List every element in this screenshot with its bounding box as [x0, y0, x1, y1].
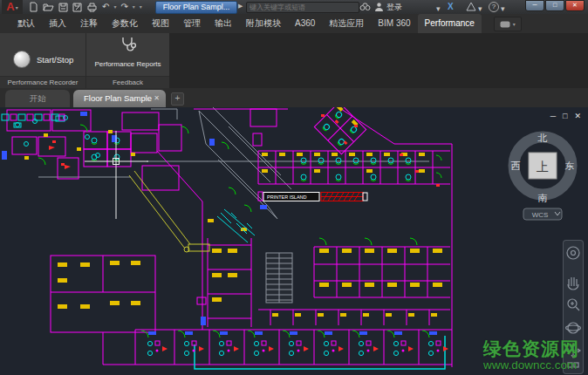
- ribbon-tab-default[interactable]: 默认: [10, 14, 42, 33]
- yellow-desks-layer: [24, 130, 442, 317]
- a360-caret-icon[interactable]: ▾: [478, 3, 482, 14]
- doc-tab-start[interactable]: 开始: [5, 90, 70, 107]
- viewcube-top-label[interactable]: 上: [537, 160, 549, 174]
- drawing-window-controls: ─ □ ✕: [550, 112, 581, 120]
- performance-reports-label: Performance Reports: [86, 60, 169, 68]
- sign-in-button[interactable]: 登录: [386, 2, 402, 12]
- zoom-icon[interactable]: [568, 299, 579, 310]
- new-drawing-button[interactable]: +: [171, 92, 184, 106]
- help-icon[interactable]: ?: [489, 2, 499, 12]
- quick-access-toolbar: ↶ ▾ ↷ ▾ ▾: [29, 2, 142, 12]
- ribbon-tab-annotate[interactable]: 注释: [73, 14, 105, 33]
- undo-caret-icon[interactable]: ▾: [113, 2, 116, 12]
- redo-icon[interactable]: ↷: [120, 2, 127, 12]
- doc-tab-close-icon[interactable]: ✕: [154, 90, 160, 107]
- help-caret-icon[interactable]: ▾: [501, 3, 505, 14]
- title-expand-icon[interactable]: ▶: [238, 3, 243, 10]
- doc-tab-label: Floor Plan Sample: [84, 93, 152, 103]
- user-icon[interactable]: [374, 2, 384, 12]
- qat-customize-icon[interactable]: ▾: [140, 2, 142, 12]
- viewcube[interactable]: 北 西 东 南 上 WCS: [504, 121, 583, 224]
- ribbon-tab-insert[interactable]: 插入: [42, 14, 73, 33]
- ribbon-tab-addins[interactable]: 附加模块: [239, 14, 288, 33]
- panel-label-feedback[interactable]: Feedback: [86, 76, 169, 88]
- watermark-site-url: www.downcc.com: [483, 358, 579, 372]
- panel-display-caret-icon: ▾: [513, 19, 516, 30]
- cyan-fixtures-layer: [2, 114, 445, 369]
- performance-recorder-panel: Start/Stop Performance Recorder: [0, 33, 85, 88]
- autocad-logo-icon: A: [6, 1, 14, 13]
- autocad-window: A ▾ ↶ ▾ ↷ ▾ ▾ Floor Plan Sampl... ▶ 登录 ▾…: [0, 0, 588, 375]
- ribbon-panel-area: Start/Stop Performance Recorder Performa…: [0, 33, 588, 88]
- exchange-apps-icon[interactable]: X: [448, 2, 454, 12]
- printer-island-label: PRINTER ISLAND: [267, 194, 307, 200]
- drawing-minimize-icon[interactable]: ─: [550, 112, 556, 120]
- drawing-close-icon[interactable]: ✕: [574, 112, 581, 120]
- signin-caret-icon[interactable]: ▾: [436, 3, 441, 14]
- pan-hand-icon[interactable]: [568, 277, 578, 290]
- save-icon[interactable]: [58, 2, 68, 12]
- redo-caret-icon[interactable]: ▾: [133, 2, 135, 12]
- title-bar: A ▾ ↶ ▾ ↷ ▾ ▾ Floor Plan Sampl... ▶ 登录 ▾…: [0, 0, 588, 15]
- orbit-icon[interactable]: [566, 323, 581, 333]
- ribbon-tab-featured-apps[interactable]: 精选应用: [322, 14, 371, 33]
- viewcube-south-label[interactable]: 南: [538, 193, 548, 203]
- performance-reports-button[interactable]: Performance Reports: [86, 36, 169, 68]
- plot-icon[interactable]: [86, 2, 98, 12]
- app-menu-caret-icon: ▾: [16, 4, 18, 10]
- window-restore-button[interactable]: □: [545, 0, 564, 11]
- search-binoculars-icon[interactable]: [359, 2, 371, 11]
- ribbon-tab-performance[interactable]: Performance: [418, 14, 482, 33]
- wcs-dropdown[interactable]: WCS: [523, 208, 562, 220]
- doc-tab-floor-plan-sample[interactable]: Floor Plan Sample ✕: [73, 90, 166, 107]
- workstation-row-layer: [141, 331, 448, 356]
- ribbon-tab-parametric[interactable]: 参数化: [105, 14, 145, 33]
- ribbon-tab-a360[interactable]: A360: [288, 14, 322, 33]
- start-stop-button[interactable]: Start/Stop: [13, 51, 73, 68]
- stethoscope-icon: [119, 36, 138, 53]
- window-minimize-button[interactable]: ─: [525, 0, 544, 11]
- feedback-panel: Performance Reports Feedback: [85, 33, 169, 88]
- save-as-icon[interactable]: [72, 2, 82, 12]
- ribbon-tab-output[interactable]: 输出: [208, 14, 239, 33]
- viewcube-west-label[interactable]: 西: [511, 160, 521, 171]
- ribbon-tab-view[interactable]: 视图: [145, 14, 176, 33]
- watermark: 绿色资源网 www.downcc.com: [483, 338, 579, 372]
- app-menu-button[interactable]: A ▾: [2, 0, 23, 14]
- model-space-canvas[interactable]: PRINTER ISLAND ─ □ ✕: [0, 107, 588, 375]
- blue-accents-layer: [2, 112, 267, 325]
- floor-plan-drawing[interactable]: PRINTER ISLAND: [0, 107, 588, 375]
- document-tab-bar: 开始 Floor Plan Sample ✕ +: [0, 88, 588, 107]
- window-controls: ─ □ ✕: [525, 0, 585, 11]
- help-search-input[interactable]: [246, 2, 359, 13]
- new-file-icon[interactable]: [29, 2, 38, 12]
- drawing-restore-icon[interactable]: □: [563, 112, 567, 120]
- record-circle-icon: [13, 51, 31, 68]
- window-close-button[interactable]: ✕: [565, 0, 585, 11]
- viewcube-north-label[interactable]: 北: [537, 133, 548, 143]
- magenta-walls-layer: [7, 107, 452, 367]
- ribbon-tab-manage[interactable]: 管理: [176, 14, 208, 33]
- navigation-wheel-icon[interactable]: [567, 247, 579, 259]
- wcs-label: WCS: [532, 211, 549, 219]
- ribbon-tab-bim360[interactable]: BIM 360: [371, 14, 417, 33]
- document-title: Floor Plan Sampl...: [155, 1, 237, 14]
- a360-connect-icon[interactable]: [466, 2, 476, 11]
- viewcube-east-label[interactable]: 东: [565, 160, 575, 171]
- start-stop-label: Start/Stop: [37, 55, 73, 65]
- panel-label-performance-recorder[interactable]: Performance Recorder: [0, 76, 85, 88]
- panel-display-icon: [500, 21, 510, 28]
- ribbon-display-toggle[interactable]: ▾: [494, 17, 522, 31]
- undo-icon[interactable]: ↶: [102, 2, 109, 12]
- ribbon-tab-bar: 默认 插入 注释 参数化 视图 管理 输出 附加模块 A360 精选应用 BIM…: [0, 14, 588, 33]
- watermark-site-name: 绿色资源网: [483, 338, 579, 358]
- open-file-icon[interactable]: [43, 2, 54, 12]
